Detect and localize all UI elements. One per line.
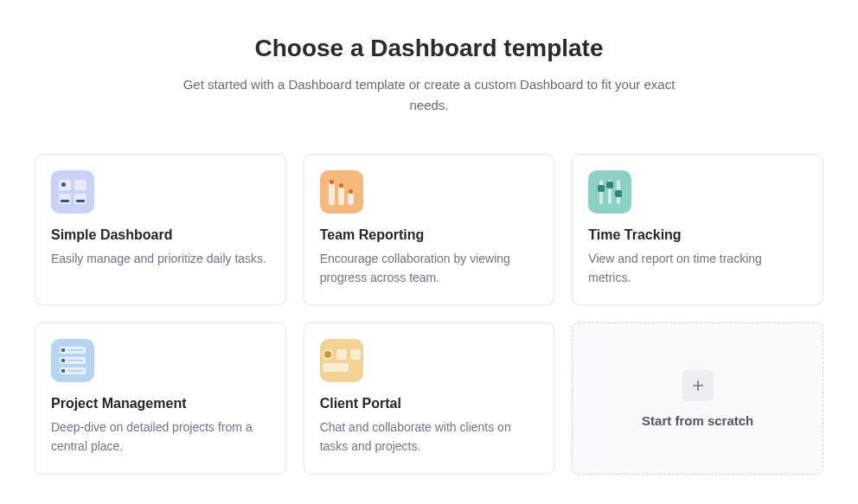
- template-card-client-portal[interactable]: Client Portal Chat and collaborate with …: [304, 322, 555, 474]
- start-from-scratch-card[interactable]: Start from scratch: [572, 322, 823, 474]
- time-tracking-icon: [588, 170, 631, 214]
- template-card-title: Client Portal: [320, 396, 539, 411]
- template-card-desc: Easily manage and prioritize daily tasks…: [51, 250, 270, 269]
- template-card-time-tracking[interactable]: Time Tracking View and report on time tr…: [572, 154, 823, 305]
- simple-dashboard-icon: [51, 170, 94, 214]
- template-card-title: Team Reporting: [320, 227, 539, 243]
- plus-icon: [682, 370, 714, 401]
- start-from-scratch-label: Start from scratch: [642, 413, 753, 428]
- client-portal-icon: [320, 339, 363, 382]
- template-card-team-reporting[interactable]: Team Reporting Encourage collaboration b…: [304, 154, 555, 305]
- project-management-icon: [51, 339, 94, 382]
- template-card-desc: Deep-dive on detailed projects from a ce…: [51, 418, 270, 456]
- template-grid: Simple Dashboard Easily manage and prior…: [35, 154, 823, 475]
- template-card-desc: View and report on time tracking metrics…: [588, 250, 807, 287]
- template-chooser: Choose a Dashboard template Get started …: [0, 0, 858, 475]
- template-card-desc: Chat and collaborate with clients on tas…: [320, 418, 539, 456]
- template-card-title: Simple Dashboard: [51, 227, 270, 243]
- template-card-title: Time Tracking: [588, 227, 807, 243]
- header: Choose a Dashboard template Get started …: [35, 35, 823, 116]
- template-card-simple-dashboard[interactable]: Simple Dashboard Easily manage and prior…: [35, 154, 286, 305]
- team-reporting-icon: [320, 170, 363, 214]
- template-card-title: Project Management: [51, 396, 270, 411]
- template-card-desc: Encourage collaboration by viewing progr…: [320, 250, 539, 287]
- page-title: Choose a Dashboard template: [35, 35, 823, 62]
- page-subtitle: Get started with a Dashboard template or…: [170, 74, 688, 116]
- template-card-project-management[interactable]: Project Management Deep-dive on detailed…: [35, 322, 286, 474]
